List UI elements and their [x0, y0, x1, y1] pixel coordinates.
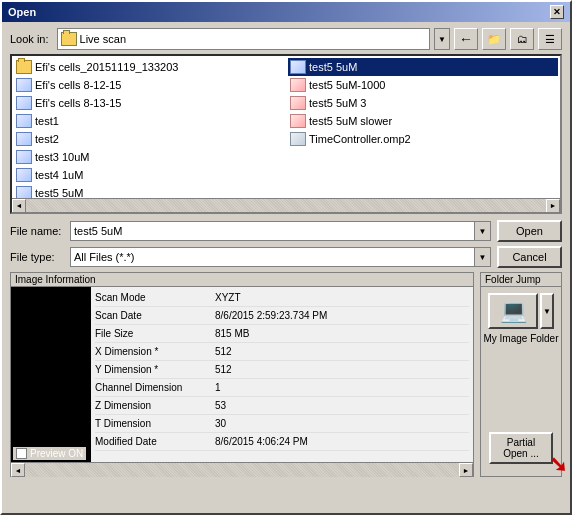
open-button[interactable]: Open	[497, 220, 562, 242]
folder-jump-dropdown[interactable]: ▼	[540, 293, 554, 329]
info-key: T Dimension	[95, 418, 215, 429]
list-item[interactable]: test5 5uM-1000	[288, 76, 558, 94]
horizontal-scrollbar[interactable]: ◄ ►	[12, 198, 560, 212]
image-info-panel: Image Information Preview ON Scan Mode X	[10, 272, 474, 477]
file-list-container: Efi's cells_20151119_133203 Efi's cells …	[10, 54, 562, 214]
back-button[interactable]: ←	[454, 28, 478, 50]
new-folder-icon: 🗂	[517, 33, 528, 45]
my-image-folder-button[interactable]: 💻	[488, 293, 538, 329]
file-item-label: Efi's cells 8-13-15	[35, 97, 121, 109]
omp-icon	[290, 60, 306, 74]
file-item-label: test5 5uM	[35, 187, 83, 198]
file-item-label: test3 10uM	[35, 151, 89, 163]
info-val: 8/6/2015 4:06:24 PM	[215, 436, 308, 447]
info-row-modified-date: Modified Date 8/6/2015 4:06:24 PM	[95, 433, 469, 451]
list-item[interactable]: Efi's cells 8-13-15	[14, 94, 284, 112]
file-item-label: test5 5uM 3	[309, 97, 366, 109]
file-list-col2: test5 5uM test5 5uM-1000 test5 5uM 3 tes…	[286, 56, 560, 198]
look-in-combo[interactable]: Live scan	[57, 28, 430, 50]
filename-input[interactable]	[70, 221, 475, 241]
info-val: 53	[215, 400, 226, 411]
preview-checkbox-row[interactable]: Preview ON	[13, 447, 86, 460]
scroll-right-btn[interactable]: ►	[546, 199, 560, 213]
omp2-icon	[290, 78, 306, 92]
info-val: XYZT	[215, 292, 241, 303]
file-list: Efi's cells_20151119_133203 Efi's cells …	[12, 56, 560, 198]
list-item[interactable]: Efi's cells_20151119_133203	[14, 58, 284, 76]
list-item[interactable]: test3 10uM	[14, 148, 284, 166]
filetype-label: File type:	[10, 251, 70, 263]
info-row-x-dim: X Dimension * 512	[95, 343, 469, 361]
file-item-label: test4 1uM	[35, 169, 83, 181]
folder-icon	[61, 32, 77, 46]
toolbar-btn-1[interactable]: 📁	[482, 28, 506, 50]
look-in-dropdown[interactable]: ▼	[434, 28, 450, 50]
info-row-file-size: File Size 815 MB	[95, 325, 469, 343]
image-preview: Preview ON	[11, 287, 91, 462]
info-scroll-right[interactable]: ►	[459, 463, 473, 477]
info-val: 1	[215, 382, 221, 393]
view-icon: ☰	[545, 33, 555, 46]
file-item-label: test2	[35, 133, 59, 145]
list-item[interactable]: test5 5uM 3	[288, 94, 558, 112]
close-button[interactable]: ✕	[550, 5, 564, 19]
info-key: File Size	[95, 328, 215, 339]
info-row-scan-date: Scan Date 8/6/2015 2:59:23.734 PM	[95, 307, 469, 325]
scrollbar-track[interactable]	[26, 199, 546, 213]
filetype-row: File type: ▼ Cancel	[10, 246, 562, 268]
laptop-icon: 💻	[500, 298, 527, 324]
file-item-label: Efi's cells 8-12-15	[35, 79, 121, 91]
info-val: 512	[215, 364, 232, 375]
info-row-scan-mode: Scan Mode XYZT	[95, 289, 469, 307]
filename-dropdown[interactable]: ▼	[475, 221, 491, 241]
partial-open-button[interactable]: Partial Open ...	[489, 432, 553, 464]
toolbar-btn-2[interactable]: 🗂	[510, 28, 534, 50]
list-item[interactable]: test1	[14, 112, 284, 130]
filetype-combo: ▼	[70, 247, 491, 267]
list-item[interactable]: test5 5uM	[14, 184, 284, 198]
filetype-input[interactable]	[70, 247, 475, 267]
list-item[interactable]: test2	[14, 130, 284, 148]
preview-label: Preview ON	[30, 448, 83, 459]
info-scrollbar[interactable]: ◄ ►	[11, 462, 473, 476]
info-row-y-dim: Y Dimension * 512	[95, 361, 469, 379]
omp-icon	[16, 78, 32, 92]
window-title: Open	[8, 6, 36, 18]
scroll-left-btn[interactable]: ◄	[12, 199, 26, 213]
look-in-label: Look in:	[10, 33, 49, 45]
list-item[interactable]: Efi's cells 8-12-15	[14, 76, 284, 94]
omp2-icon	[290, 96, 306, 110]
file-item-label: Efi's cells_20151119_133203	[35, 61, 178, 73]
list-item[interactable]: test5 5uM	[288, 58, 558, 76]
file-item-label: test5 5uM-1000	[309, 79, 385, 91]
info-val: 815 MB	[215, 328, 249, 339]
info-key: Scan Date	[95, 310, 215, 321]
info-key: Scan Mode	[95, 292, 215, 303]
folder-jump-label: My Image Folder	[481, 331, 561, 346]
title-bar: Open ✕	[2, 2, 570, 22]
cancel-button[interactable]: Cancel	[497, 246, 562, 268]
image-info-title: Image Information	[11, 273, 473, 287]
info-key: X Dimension *	[95, 346, 215, 357]
folder-icon	[16, 60, 32, 74]
filename-label: File name:	[10, 225, 70, 237]
info-scrollbar-track[interactable]	[25, 463, 459, 477]
list-item[interactable]: test5 5uM slower	[288, 112, 558, 130]
list-item[interactable]: test4 1uM	[14, 166, 284, 184]
file-item-label: test1	[35, 115, 59, 127]
toolbar-btn-3[interactable]: ☰	[538, 28, 562, 50]
list-item[interactable]: TimeController.omp2	[288, 130, 558, 148]
info-row-t-dim: T Dimension 30	[95, 415, 469, 433]
dialog-window: Open ✕ Look in: Live scan ▼ ← 📁 🗂 ☰	[0, 0, 572, 515]
omp2-icon	[290, 114, 306, 128]
info-val: 512	[215, 346, 232, 357]
omp-icon	[16, 150, 32, 164]
info-scroll-left[interactable]: ◄	[11, 463, 25, 477]
folder-jump-title: Folder Jump	[481, 273, 561, 287]
omp-icon	[16, 114, 32, 128]
omp-icon	[16, 96, 32, 110]
preview-checkbox[interactable]	[16, 448, 27, 459]
file-icon	[290, 132, 306, 146]
look-in-value: Live scan	[80, 33, 126, 45]
filetype-dropdown[interactable]: ▼	[475, 247, 491, 267]
